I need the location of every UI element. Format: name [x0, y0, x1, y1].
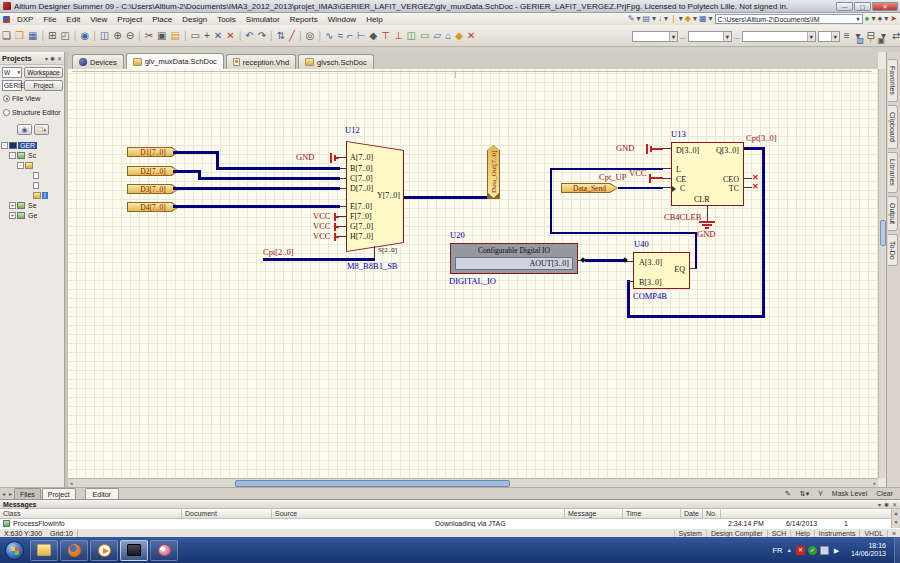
annotate-icon[interactable]: ╱ [287, 28, 297, 44]
horizontal-scrollbar-thumb[interactable] [235, 480, 510, 487]
vcc-power-label-ce[interactable]: VCC [629, 169, 646, 178]
separator[interactable]: | [136, 28, 143, 44]
wire-eq-to-l[interactable] [550, 168, 552, 234]
redo-icon[interactable]: ↷ [256, 28, 268, 44]
u40-designator[interactable]: U40 [634, 240, 649, 249]
report-icon[interactable]: ▤ [642, 14, 652, 24]
menu-view[interactable]: View [85, 15, 112, 24]
panel-tab-todo[interactable]: To-Do [888, 234, 898, 267]
sheet-filter-icon[interactable]: ▧ [856, 36, 866, 46]
net-label-cpt2[interactable]: Cpt[2..0] [263, 248, 294, 257]
chevron-down-icon[interactable]: ▾ [857, 15, 860, 23]
tree-item-settings-folder[interactable]: + Se [0, 200, 64, 210]
separator[interactable]: | [237, 28, 244, 44]
print-icon[interactable]: ⊞ [46, 28, 58, 44]
taskbar-altium-button[interactable] [120, 540, 148, 561]
new-document-icon[interactable]: ❏ [0, 28, 13, 44]
u13-comment[interactable]: CB4CLEB [664, 213, 701, 222]
schematic-canvas[interactable]: U12 A[7..0] B[7..0] C[7..0] D[7..0] E[7.… [68, 69, 878, 478]
filter-combo-1[interactable]: ▾ [632, 31, 678, 42]
filter-combo-4[interactable]: ▾ [818, 31, 840, 42]
column-header[interactable]: Source [272, 509, 565, 518]
pin-icon[interactable]: ✱ [884, 501, 889, 508]
panel-tab-favorites[interactable]: Favorites [888, 59, 898, 102]
process-forward-icon[interactable]: ● [864, 14, 871, 24]
taskbar-explorer-button[interactable] [30, 540, 58, 561]
structure-editor-radio[interactable]: Structure Editor [3, 109, 63, 116]
port-data-send[interactable]: Data_Send [561, 183, 618, 193]
filter-combo-3[interactable]: ▾ [742, 31, 816, 42]
u20-designator[interactable]: U20 [450, 231, 465, 240]
sort-icon[interactable]: ⇅▾ [797, 490, 812, 498]
no-erc-marker-tc[interactable]: ✕ [752, 183, 759, 191]
u40-component-body[interactable]: A[3..0] B[3..0] EQ [633, 252, 690, 289]
separator[interactable]: | [72, 28, 79, 44]
wire-data-send-to-c[interactable] [618, 187, 663, 189]
tree-item-document[interactable] [0, 180, 64, 190]
bus-y-output[interactable] [404, 196, 490, 199]
tree-item-document[interactable] [0, 170, 64, 180]
place-part-icon[interactable]: ◫ [405, 28, 418, 44]
mixed-sim-icon[interactable]: ✎ [627, 14, 636, 24]
statusbar-design-compiler[interactable]: Design Compiler [706, 530, 767, 537]
chevron-down-icon[interactable]: ▾ [45, 55, 48, 62]
chevron-down-icon[interactable]: ▾ [831, 32, 839, 41]
move-icon[interactable]: + [202, 28, 212, 44]
place-sheet-entry-icon[interactable]: ▱ [432, 28, 444, 44]
u12-component-body[interactable]: A[7..0] B[7..0] C[7..0] D[7..0] E[7..0] … [346, 141, 404, 252]
statusbar-instruments[interactable]: Instruments [814, 530, 860, 537]
place-vcc-icon[interactable]: ⊤ [379, 28, 392, 44]
pin-icon[interactable]: ✱ [50, 55, 55, 62]
grid-icon[interactable]: ▦ [698, 14, 708, 24]
file-view-radio[interactable]: File View [3, 95, 63, 102]
tree-expand-icon[interactable]: - [17, 162, 24, 169]
minimize-button[interactable]: — [836, 2, 853, 11]
separator[interactable]: | [316, 28, 323, 44]
port-d4[interactable]: D4[7..0] [127, 202, 179, 212]
instrument-icon[interactable]: ◆ [684, 14, 692, 24]
vcc-power-label-h[interactable]: VCC [313, 232, 330, 241]
workspace-button[interactable]: Workspace [24, 67, 63, 78]
column-header[interactable]: Document [182, 509, 272, 518]
zoom-fit-icon[interactable]: ⊖ [124, 28, 136, 44]
print-preview-icon[interactable]: ◰ [58, 28, 71, 44]
editor-tab[interactable]: Editor [85, 488, 119, 499]
scroll-left-icon[interactable]: ◂ [68, 480, 75, 486]
u12-comment[interactable]: M8_B8B1_SB [347, 262, 398, 271]
fpga-target-path-combo[interactable]: C:\Users\Altium-2\Documents\IM▾ [715, 14, 863, 24]
tab-glvsch-schdoc[interactable]: glvsch.SchDoc [298, 54, 374, 69]
bus-d1[interactable] [173, 151, 219, 154]
column-header[interactable]: Time [623, 509, 681, 518]
undo-icon[interactable]: ↶ [243, 28, 255, 44]
bus-d2[interactable] [198, 177, 340, 180]
bus-d1[interactable] [216, 167, 340, 170]
chevron-down-icon[interactable]: ▾ [807, 32, 815, 41]
wire-eq-to-l[interactable] [550, 232, 697, 234]
bus-q-to-b[interactable] [627, 280, 630, 318]
menu-file[interactable]: File [38, 15, 61, 24]
column-header[interactable]: Message [565, 509, 623, 518]
net-label-cpt3[interactable]: Cpt[3..0] [746, 134, 777, 143]
u12-designator[interactable]: U12 [345, 126, 360, 135]
bus-aout-to-a[interactable] [585, 259, 627, 262]
u13-component-body[interactable]: D[3..0] Q[3..0] L CE C CEO TC CLR [671, 142, 744, 206]
filter-icon[interactable]: Y [815, 490, 826, 497]
taskbar-media-player-button[interactable] [90, 540, 118, 561]
statusbar-more[interactable]: » [887, 530, 900, 537]
copy-icon[interactable]: ▣ [155, 28, 168, 44]
statusbar-sch[interactable]: SCH [767, 530, 791, 537]
port-d2[interactable]: D2[7..0] [127, 166, 179, 176]
workspace-combo[interactable]: W▾ [2, 67, 22, 78]
bus-d2[interactable] [173, 170, 201, 173]
message-row[interactable]: ProcessFlowInfo Downloading via JTAG 2:3… [0, 519, 900, 528]
menu-help[interactable]: Help [361, 15, 387, 24]
process-back-icon[interactable]: ● [876, 14, 883, 24]
gnd-power-label-u12[interactable]: GND [296, 153, 314, 162]
place-directive-icon[interactable]: ◆ [453, 28, 465, 44]
tray-network-icon[interactable] [808, 546, 817, 555]
sort-projects-button[interactable]: ◉ [17, 124, 32, 135]
probe-icon[interactable]: ❘ [669, 14, 678, 24]
statusbar-system[interactable]: System [674, 530, 706, 537]
column-header[interactable]: Class [0, 509, 182, 518]
project-button[interactable]: Project [24, 80, 63, 91]
